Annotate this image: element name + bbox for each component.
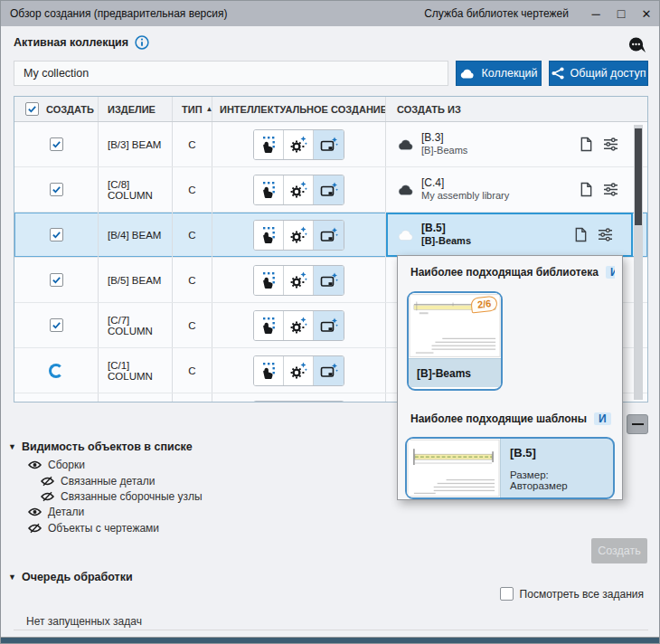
eye-off-icon[interactable] <box>28 523 42 534</box>
row-create-checkbox[interactable] <box>50 137 63 151</box>
header-create-from[interactable]: СОЗДАТЬ ИЗ <box>386 97 647 121</box>
view-all-jobs[interactable]: Посмотреть все задания <box>500 587 644 601</box>
library-card[interactable]: 2/6 [B]-Beams <box>407 291 503 391</box>
part-label: [B/4] BEAM <box>108 230 161 241</box>
properties-sliders-icon[interactable] <box>603 137 618 151</box>
create-from-source[interactable]: [B.5] [B]-Beams <box>421 222 471 248</box>
collapse-panel-button[interactable] <box>627 414 648 434</box>
table-row[interactable]: [C/8] COLUMN C [C.4] My assembly library <box>14 167 647 213</box>
drawing-document-icon[interactable] <box>574 227 588 242</box>
share-button[interactable]: Общий доступ <box>549 61 648 86</box>
drawing-library-service-window: Обзор создания (предварительная версия) … <box>0 0 660 644</box>
close-icon[interactable]: ✕ <box>634 1 659 26</box>
best-templates-header: Наиболее подходящие шаблоны И Выбр <box>405 412 615 426</box>
visibility-item-label: Детали <box>48 506 84 518</box>
eye-icon[interactable] <box>28 507 42 517</box>
minimize-icon[interactable]: ─ <box>583 1 608 26</box>
manual-select-icon[interactable] <box>254 356 284 385</box>
eye-off-icon[interactable] <box>41 491 54 502</box>
eye-icon[interactable] <box>28 459 42 470</box>
create-button[interactable]: Создать <box>591 538 647 564</box>
header-type-label: ТИП <box>182 104 203 115</box>
drawing-document-icon[interactable] <box>580 137 593 152</box>
ai-badge: И <box>606 266 615 279</box>
properties-sliders-icon[interactable] <box>598 228 613 242</box>
type-label: C <box>188 365 195 376</box>
titlebar-right: Служба библиотек чертежей ─ □ ✕ <box>424 1 659 26</box>
header-part-label: ИЗДЕЛИЕ <box>108 104 156 115</box>
eye-off-icon[interactable] <box>41 476 54 487</box>
table-scrollbar[interactable] <box>634 125 643 400</box>
visibility-item-objects-with-drawings[interactable]: Объекты с чертежами <box>28 520 159 535</box>
auto-settings-icon[interactable] <box>284 402 314 403</box>
auto-settings-icon[interactable] <box>284 266 314 295</box>
collection-name-input[interactable] <box>14 61 448 86</box>
titlebar: Обзор создания (предварительная версия) … <box>1 1 659 26</box>
smart-create-toggle <box>253 129 344 160</box>
manual-select-icon[interactable] <box>254 130 284 159</box>
info-icon[interactable] <box>135 35 149 50</box>
manual-select-icon[interactable] <box>254 402 284 403</box>
queue-empty-message: Нет запущенных задач <box>26 615 142 628</box>
header-type[interactable]: ТИП ▲ <box>173 97 212 121</box>
view-all-jobs-checkbox[interactable] <box>500 587 514 601</box>
auto-settings-icon[interactable] <box>284 311 314 340</box>
header-create-label: СОЗДАТЬ <box>46 104 94 115</box>
new-drawing-icon[interactable] <box>314 175 344 204</box>
new-drawing-icon[interactable] <box>314 266 344 295</box>
maximize-icon[interactable]: □ <box>608 1 634 26</box>
new-drawing-icon[interactable] <box>314 402 344 403</box>
minus-icon <box>632 423 644 425</box>
manual-select-icon[interactable] <box>254 266 284 295</box>
new-drawing-icon[interactable] <box>314 311 344 340</box>
new-drawing-icon[interactable] <box>314 130 344 159</box>
visibility-item-assemblies[interactable]: Сборки <box>28 457 85 472</box>
template-card[interactable]: [B.5] Размер: Авторазмер <box>405 437 615 499</box>
part-label: [C/7] COLUMN <box>108 315 172 336</box>
table-row[interactable]: [B/3] BEAM C [B.3] [B]-Beams <box>14 122 647 167</box>
visibility-item-linked-parts[interactable]: Связанные детали <box>41 473 155 488</box>
row-create-checkbox[interactable] <box>50 183 63 196</box>
manual-select-icon[interactable] <box>254 311 284 340</box>
part-label: [C/8] COLUMN <box>108 179 172 201</box>
properties-sliders-icon[interactable] <box>603 183 618 196</box>
auto-settings-icon[interactable] <box>284 130 314 159</box>
template-name: [B.5] <box>510 446 604 459</box>
queue-section-header[interactable]: ▼ Очередь обработки <box>8 571 133 583</box>
visibility-item-linked-sub-assemblies[interactable]: Связанные сборочные узлы <box>41 488 203 504</box>
manual-select-icon[interactable] <box>254 221 284 250</box>
row-create-checkbox[interactable] <box>50 273 63 287</box>
header-smart-create[interactable]: ИНТЕЛЛЕКТУАЛЬНОЕ СОЗДАНИЕ <box>212 97 386 121</box>
visibility-item-label: Сборки <box>48 459 85 471</box>
row-create-checkbox[interactable] <box>50 318 63 332</box>
smart-create-toggle <box>253 355 344 386</box>
table-header: СОЗДАТЬ ИЗДЕЛИЕ ТИП ▲ ИНТЕЛЛЕКТУАЛЬНОЕ С… <box>14 97 647 122</box>
create-from-source[interactable]: [C.4] My assembly library <box>421 176 509 203</box>
row-create-checkbox[interactable] <box>50 228 63 242</box>
select-all-checkbox[interactable] <box>25 102 39 116</box>
feedback-chat-icon[interactable] <box>628 37 646 52</box>
auto-settings-icon[interactable] <box>284 221 314 250</box>
smart-create-toggle <box>253 175 344 205</box>
create-from-source[interactable]: [B.3] [B]-Beams <box>421 131 467 157</box>
cloud-icon <box>397 230 414 241</box>
auto-settings-icon[interactable] <box>284 356 314 385</box>
header-part[interactable]: ИЗДЕЛИЕ <box>99 97 173 121</box>
cloud-icon <box>459 69 475 79</box>
visibility-item-parts[interactable]: Детали <box>28 504 84 519</box>
processing-spinner-icon <box>49 364 63 378</box>
new-drawing-icon[interactable] <box>314 356 344 385</box>
check-icon <box>27 104 37 114</box>
type-label: C <box>188 275 195 286</box>
auto-settings-icon[interactable] <box>284 175 314 204</box>
header-create[interactable]: СОЗДАТЬ <box>14 97 99 121</box>
window-title: Обзор создания (предварительная версия) <box>10 7 227 20</box>
new-drawing-icon[interactable] <box>314 221 344 250</box>
visibility-section-header[interactable]: ▼ Видимость объектов в списке <box>8 440 193 453</box>
manual-select-icon[interactable] <box>254 175 284 204</box>
footer-divider <box>14 630 648 630</box>
table-row-selected[interactable]: [B/4] BEAM C [B.5] [B]-Beams <box>14 213 647 258</box>
collections-button[interactable]: Коллекций <box>456 61 542 86</box>
drawing-document-icon[interactable] <box>580 182 593 197</box>
part-label: [B/5] BEAM <box>108 275 161 286</box>
